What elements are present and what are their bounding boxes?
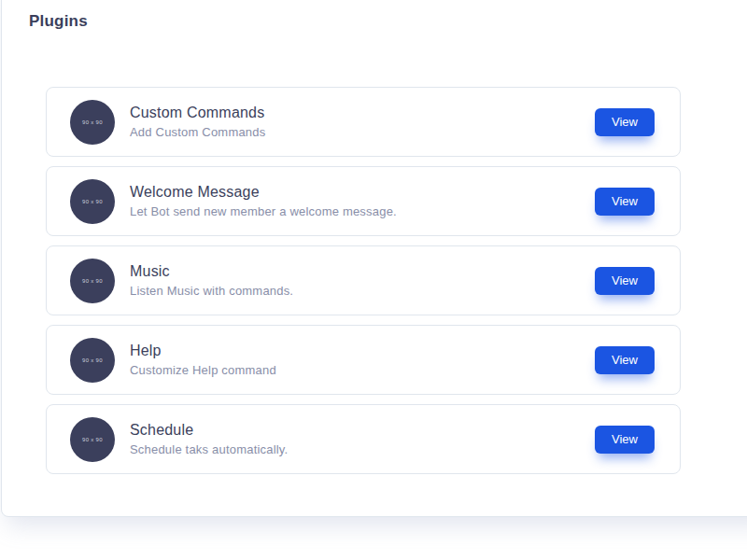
view-button[interactable]: View — [595, 426, 655, 454]
view-button[interactable]: View — [595, 267, 655, 295]
plugin-card-text: Music Listen Music with commands. — [130, 263, 293, 298]
plugin-avatar-placeholder: 90 x 90 — [70, 100, 115, 145]
plugin-card-text: Help Customize Help command — [130, 343, 276, 377]
plugin-description: Schedule taks automatically. — [130, 442, 288, 456]
plugin-card-custom-commands: 90 x 90 Custom Commands Add Custom Comma… — [46, 87, 681, 157]
plugin-card-welcome-message: 90 x 90 Welcome Message Let Bot send new… — [46, 166, 681, 236]
plugin-card-text: Welcome Message Let Bot send new member … — [130, 184, 397, 218]
plugin-title: Music — [130, 263, 293, 280]
plugin-title: Schedule — [130, 422, 288, 439]
view-button[interactable]: View — [595, 188, 655, 216]
plugin-title: Custom Commands — [130, 105, 265, 121]
plugin-description: Let Bot send new member a welcome messag… — [130, 204, 397, 218]
view-button[interactable]: View — [595, 108, 655, 136]
plugin-list: 90 x 90 Custom Commands Add Custom Comma… — [46, 87, 681, 483]
view-button[interactable]: View — [595, 346, 655, 374]
plugin-description: Add Custom Commands — [130, 125, 265, 139]
plugin-title: Help — [130, 343, 276, 359]
plugin-card-text: Schedule Schedule taks automatically. — [130, 422, 288, 456]
plugin-card-schedule: 90 x 90 Schedule Schedule taks automatic… — [46, 404, 681, 474]
plugin-card-help: 90 x 90 Help Customize Help command View — [46, 325, 681, 395]
plugin-avatar-placeholder: 90 x 90 — [70, 417, 115, 462]
plugin-avatar-placeholder: 90 x 90 — [70, 179, 115, 224]
plugins-panel: Plugins 90 x 90 Custom Commands Add Cust… — [1, 0, 747, 517]
plugin-title: Welcome Message — [130, 184, 397, 201]
plugin-description: Listen Music with commands. — [130, 284, 293, 298]
plugin-card-music: 90 x 90 Music Listen Music with commands… — [46, 245, 681, 315]
plugin-description: Customize Help command — [130, 363, 276, 377]
plugin-avatar-placeholder: 90 x 90 — [70, 338, 115, 383]
plugin-avatar-placeholder: 90 x 90 — [70, 259, 115, 303]
plugin-card-text: Custom Commands Add Custom Commands — [130, 105, 265, 139]
page-title: Plugins — [29, 12, 88, 31]
